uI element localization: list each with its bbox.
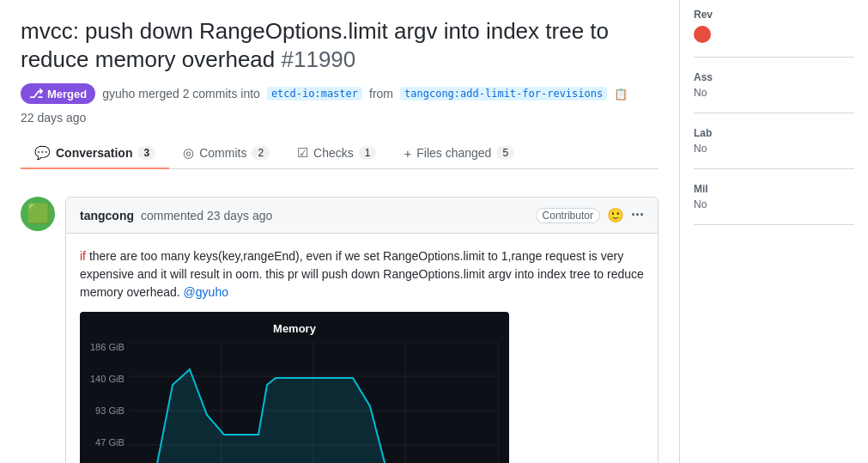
merged-label: Merged (47, 88, 87, 101)
sidebar-assignees: Ass No (694, 71, 854, 113)
chart-area: 186 GiB 140 GiB 93 GiB 47 GiB 0 B (90, 342, 499, 463)
sidebar-milestone-label: Mil (694, 183, 854, 195)
conversation-icon: 💬 (34, 145, 51, 161)
sidebar-reviewers: Rev (694, 9, 854, 58)
pr-number: #11990 (282, 46, 356, 72)
sidebar-labels: Lab No (694, 127, 854, 169)
tab-conversation[interactable]: 💬 Conversation 3 (21, 138, 169, 169)
tab-files-changed[interactable]: + Files changed 5 (390, 138, 528, 169)
copy-branch-icon[interactable]: 📋 (614, 88, 628, 101)
tab-conversation-label: Conversation (56, 146, 132, 160)
mention-gyuho[interactable]: @gyuho (184, 285, 228, 299)
sidebar-milestone-value: No (694, 198, 854, 210)
merge-icon: ⎇ (29, 87, 43, 101)
emoji-button[interactable]: 🙂 (607, 207, 624, 223)
comment-actions: Contributor 🙂 ··· (536, 206, 644, 224)
tab-files-label: Files changed (416, 146, 491, 160)
commits-icon: ◎ (183, 145, 194, 161)
tab-checks[interactable]: ☑ Checks 1 (283, 138, 390, 169)
y-label-1: 140 GiB (90, 374, 124, 384)
comment-header-left: tangcong commented 23 days ago (80, 209, 272, 222)
tab-commits-count: 2 (252, 146, 270, 160)
merged-badge: ⎇ Merged (21, 83, 95, 104)
memory-chart: Memory 186 GiB 140 GiB 93 GiB 47 GiB 0 B (80, 312, 509, 463)
pr-time-ago: 22 days ago (21, 111, 86, 125)
y-label-0: 186 GiB (90, 342, 124, 352)
head-branch-link[interactable]: tangcong:add-limit-for-revisions (400, 87, 607, 101)
sidebar-reviewer-avatar (694, 26, 711, 43)
more-options-button[interactable]: ··· (631, 206, 644, 224)
chart-y-axis: 186 GiB 140 GiB 93 GiB 47 GiB 0 B (90, 342, 130, 463)
sidebar-reviewers-label: Rev (694, 9, 854, 21)
merge-info: gyuho merged 2 commits into (102, 87, 260, 101)
y-label-2: 93 GiB (90, 405, 124, 416)
svg-marker-9 (130, 369, 499, 463)
tab-files-count: 5 (496, 146, 514, 160)
tab-checks-label: Checks (313, 146, 354, 160)
comment-text: if there are too many keys(key,rangeEnd)… (80, 247, 644, 302)
pr-tabs: 💬 Conversation 3 ◎ Commits 2 ☑ Checks 1 … (21, 138, 659, 169)
chart-title: Memory (90, 322, 499, 335)
sidebar-assignees-value: No (694, 87, 854, 99)
tab-commits-label: Commits (199, 146, 246, 160)
comment-block: tangcong commented 23 days ago Contribut… (65, 197, 659, 463)
sidebar-labels-value: No (694, 143, 854, 155)
tab-commits[interactable]: ◎ Commits 2 (169, 138, 283, 169)
chart-svg (130, 342, 499, 463)
y-label-3: 47 GiB (90, 437, 124, 448)
comment-author[interactable]: tangcong (80, 209, 134, 222)
comment-time: 23 days ago (207, 209, 272, 222)
from-text: from (369, 87, 393, 101)
sidebar-assignees-label: Ass (694, 71, 854, 83)
commenter-avatar: 🟩 (21, 197, 55, 231)
files-changed-icon: + (404, 146, 411, 161)
tab-checks-count: 1 (359, 146, 377, 160)
sidebar-milestone: Mil No (694, 183, 854, 225)
contributor-badge: Contributor (536, 208, 600, 223)
highlight-if: if (80, 249, 86, 263)
tab-conversation-count: 3 (137, 146, 155, 160)
comment-body: if there are too many keys(key,rangeEnd)… (66, 234, 658, 463)
pr-sidebar: Rev Ass No Lab No Mil No (679, 0, 868, 463)
checks-icon: ☑ (297, 145, 308, 161)
comment-header: tangcong commented 23 days ago Contribut… (66, 198, 658, 234)
comment-action: commented (141, 209, 203, 222)
base-branch-link[interactable]: etcd-io:master (267, 87, 362, 101)
comment-action-time: commented 23 days ago (141, 209, 272, 222)
pr-meta: ⎇ Merged gyuho merged 2 commits into etc… (21, 83, 659, 125)
pr-title: mvcc: push down RangeOptions.limit argv … (21, 17, 659, 73)
sidebar-labels-label: Lab (694, 127, 854, 139)
